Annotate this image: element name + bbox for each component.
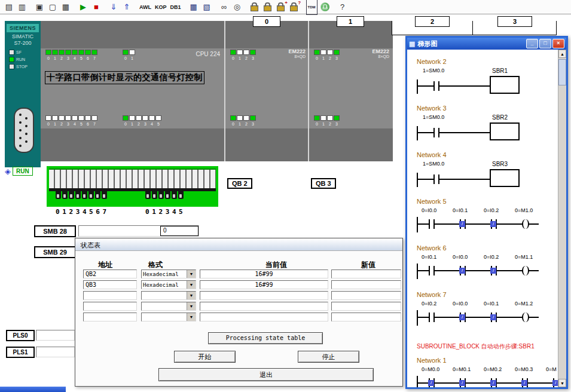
format-select[interactable]: ▼: [141, 302, 196, 311]
start-button[interactable]: 开始: [174, 351, 236, 363]
address-field[interactable]: QB2: [83, 270, 137, 278]
toggle-switch[interactable]: [165, 190, 170, 199]
led-indicator: [334, 115, 340, 121]
address-field[interactable]: [83, 313, 137, 321]
toggle-switch[interactable]: [145, 190, 151, 199]
smb28-value[interactable]: 0: [160, 226, 199, 236]
led-label: 4: [72, 122, 78, 126]
close-button[interactable]: ×: [552, 39, 564, 48]
toggle-switch[interactable]: [172, 190, 177, 199]
program-window-icon[interactable]: ▣: [33, 1, 46, 13]
negated-marker: /: [459, 268, 465, 274]
led-indicator: [91, 115, 97, 121]
current-value-field[interactable]: [200, 302, 328, 311]
process-state-table-button[interactable]: Processing state table: [208, 332, 323, 344]
new-value-field[interactable]: [331, 291, 401, 300]
switch-number-strip: 01234567 012345: [47, 207, 218, 216]
current-value-field[interactable]: [200, 313, 328, 321]
kop-view-button[interactable]: KOP: [153, 1, 169, 13]
stop-icon[interactable]: ■: [90, 1, 103, 13]
wire: [417, 85, 492, 87]
stop-button[interactable]: 停止: [298, 351, 359, 363]
toggle-switch[interactable]: [88, 190, 94, 199]
new-value-field[interactable]: [331, 313, 401, 321]
dialog-title-bar[interactable]: 状态表: [75, 238, 402, 251]
scale-icon[interactable]: ♎: [319, 1, 332, 13]
vertical-scrollbar[interactable]: ▲ ▼: [558, 50, 566, 387]
negated-marker: /: [459, 380, 465, 386]
toggle-switch[interactable]: [95, 190, 100, 199]
run-icon[interactable]: ▶: [77, 1, 90, 13]
new-value-field[interactable]: [331, 280, 401, 289]
plc-faceplate-panel: SIEMENS SIMATIC S7-200 SFRUNSTOP: [5, 21, 41, 167]
lock-secondary-icon-glyph: [264, 5, 271, 11]
led-indicator: [129, 115, 135, 121]
dropdown-arrow-icon[interactable]: ▼: [187, 292, 196, 299]
tdm-icon[interactable]: TDM: [306, 0, 317, 15]
format-select[interactable]: ▼: [141, 313, 196, 321]
lock-help-icon[interactable]: ?: [288, 1, 301, 13]
glasses-icon[interactable]: ∞: [218, 1, 231, 13]
toggle-switch[interactable]: [178, 190, 184, 199]
address-field[interactable]: [83, 302, 137, 311]
toggle-switch[interactable]: [56, 190, 61, 199]
pls1-field[interactable]: [36, 347, 75, 357]
toggle-switch[interactable]: [62, 190, 68, 199]
print-icon[interactable]: ▤: [2, 1, 16, 13]
pls0-field[interactable]: [36, 330, 75, 341]
address-field[interactable]: [83, 291, 137, 300]
trend-view-icon[interactable]: ▧: [200, 1, 213, 13]
help-icon[interactable]: ?: [336, 1, 349, 13]
current-value-field[interactable]: 16#99: [200, 280, 328, 289]
input-terminal-block: [47, 166, 218, 207]
data-window-icon[interactable]: ▢: [46, 1, 59, 13]
current-value-field[interactable]: [200, 291, 328, 300]
plc-led-row: STOP: [9, 64, 41, 69]
target-icon[interactable]: ◎: [231, 1, 244, 13]
maximize-button[interactable]: □: [539, 39, 551, 48]
led-label: 5: [78, 122, 84, 126]
current-value-field[interactable]: 16#99: [200, 270, 328, 278]
address-field[interactable]: QB3: [83, 280, 137, 289]
serial-port-connector: [14, 108, 34, 153]
lock-icon[interactable]: [248, 1, 261, 13]
status-table-row: ▼: [75, 313, 402, 322]
dropdown-arrow-icon[interactable]: ▼: [187, 281, 196, 289]
db1-view-button[interactable]: DB1: [169, 1, 183, 13]
dropdown-arrow-icon[interactable]: ▼: [187, 270, 196, 278]
taskbar-fragment: [0, 387, 66, 392]
toggle-switch[interactable]: [152, 190, 157, 199]
format-select[interactable]: Hexadecimal▼: [141, 270, 196, 278]
export-icon[interactable]: ▥: [16, 1, 29, 13]
toggle-switch[interactable]: [75, 190, 81, 199]
scroll-down-button[interactable]: ▼: [558, 379, 566, 387]
awl-view-button[interactable]: AWL: [138, 1, 153, 13]
scrollbar-thumb[interactable]: [558, 59, 566, 85]
new-value-field[interactable]: [331, 302, 401, 311]
status-table-icon[interactable]: ▦: [187, 1, 200, 13]
toggle-switch[interactable]: [158, 190, 164, 199]
minimize-button[interactable]: _: [526, 39, 538, 48]
exit-button[interactable]: 退出: [158, 368, 374, 381]
em0-model-label: EM222 8×QD: [288, 48, 306, 59]
chart-window-icon[interactable]: ▦: [59, 1, 72, 13]
format-select[interactable]: Hexadecimal▼: [141, 280, 196, 289]
lock-add-icon[interactable]: +: [274, 1, 288, 13]
led-indicator: [142, 115, 148, 121]
toggle-switch[interactable]: [69, 190, 74, 199]
run-mode-indicator: ◈ RUN: [5, 167, 33, 176]
led-labels: 01234567: [45, 56, 97, 60]
dropdown-arrow-icon[interactable]: ▼: [187, 313, 196, 321]
window-title-bar[interactable]: ▦ 梯形图 _ □ ×: [407, 38, 566, 50]
subroutine-call-box: [490, 169, 520, 187]
download-icon[interactable]: ⇓: [107, 1, 120, 13]
dropdown-arrow-icon[interactable]: ▼: [187, 302, 196, 310]
lock-secondary-icon[interactable]: [261, 1, 274, 13]
led-indicator: [327, 50, 333, 55]
new-value-field[interactable]: [331, 270, 401, 278]
scroll-up-button[interactable]: ▲: [558, 50, 566, 58]
toggle-switch[interactable]: [102, 190, 107, 199]
toggle-switch[interactable]: [82, 190, 87, 199]
upload-icon[interactable]: ⇑: [120, 1, 133, 13]
format-select[interactable]: ▼: [141, 291, 196, 300]
